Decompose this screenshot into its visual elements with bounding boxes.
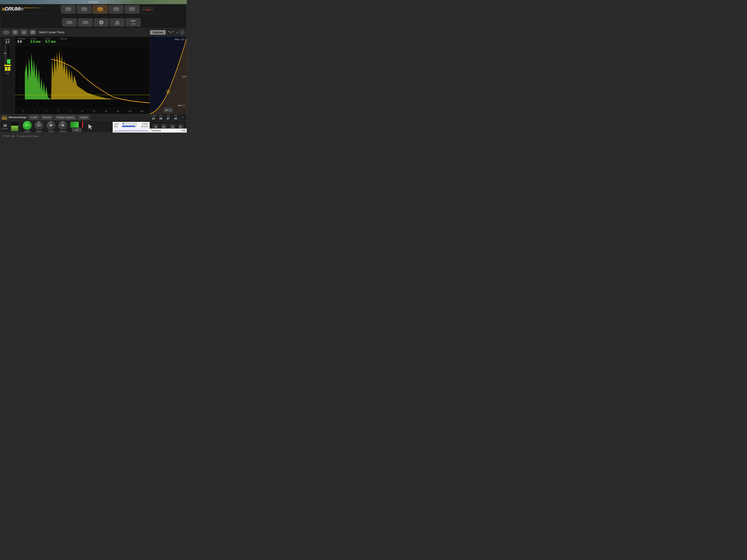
- svg-rect-31: [14, 33, 17, 34]
- parameter-row: THRESH 3.9 SCAN 2.3 ms HOLD 5.7 ms DECAY: [15, 36, 150, 46]
- level-bar-1: [5, 67, 7, 71]
- menu-button[interactable]: [12, 29, 19, 35]
- amount-knob-value: 29: [62, 124, 64, 127]
- link-button[interactable]: [2, 30, 10, 35]
- cpu-user-bar: [123, 123, 137, 125]
- app-header: eDRUMin: [0, 4, 186, 14]
- tick-0: 0: [17, 110, 29, 112]
- tick-200: 200: [136, 110, 148, 112]
- drum-pad-10[interactable]: [126, 18, 140, 26]
- gain-value: 2.7: [5, 41, 9, 44]
- processes-bar: Processes: 478: [150, 129, 187, 133]
- svg-rect-24: [116, 21, 119, 24]
- scaler1-label: Scaler: [24, 130, 30, 132]
- cpu-mini-chart: [114, 128, 148, 132]
- hold-param: HOLD 5.7 ms: [43, 36, 58, 46]
- rs-label: RS: [174, 115, 177, 117]
- drum-pad-1[interactable]: [61, 5, 76, 14]
- scan-param: SCAN 2.3 ms: [28, 36, 43, 46]
- cpu-idle-label: Idle:: [114, 125, 118, 128]
- control-bar: Mesh Center Piezo Calibrate ♪ ○: [0, 28, 186, 36]
- svg-point-2: [66, 10, 71, 11]
- cpu-idle-bar: [122, 125, 137, 127]
- bottom-toolbar: 17 THR 300 73 Multi Center Piezo: [0, 133, 187, 140]
- music-note-icon: ♪: [176, 31, 178, 34]
- processes-value: 478: [182, 129, 185, 132]
- drum-pad-9[interactable]: [110, 18, 125, 26]
- scaler2-label: Scaler: [36, 130, 42, 132]
- min-value-text: Min: 0: [165, 109, 171, 111]
- tick-10: 10: [76, 110, 88, 112]
- tick-1: 1: [29, 110, 41, 112]
- svg-rect-29: [14, 31, 17, 31]
- svg-point-5: [82, 10, 87, 11]
- p-col: P: [179, 114, 186, 121]
- thresh-knob-value: 88: [50, 124, 52, 127]
- plugin-window: eDRUMin: [0, 4, 187, 133]
- rimshot-range-label: Rimshot Range: [9, 116, 26, 119]
- title-bar-text: eDRUMin: [88, 1, 98, 3]
- yellow-indicator: [4, 64, 11, 66]
- xstick-button[interactable]: X-stick: [28, 115, 39, 120]
- svg-point-17: [67, 23, 72, 24]
- drum-pad-2[interactable]: [77, 5, 92, 14]
- svg-point-35: [31, 33, 35, 34]
- waveform-display: [15, 46, 150, 108]
- drum-pad-8[interactable]: [94, 18, 109, 26]
- waveform-area: THRESH 3.9 SCAN 2.3 ms HOLD 5.7 ms DECAY: [15, 36, 150, 114]
- tick-5: 5: [65, 110, 76, 112]
- thresh-param: THRESH 3.9: [15, 36, 28, 46]
- svg-point-11: [113, 10, 119, 11]
- drum-pad-3[interactable]: [93, 5, 108, 14]
- drum-selector[interactable]: [29, 30, 36, 35]
- cc-meter-fill: [70, 122, 79, 127]
- drum-pad-5[interactable]: [125, 5, 139, 14]
- yamaha-logo[interactable]: [20, 29, 28, 35]
- velocity-right-number: 110: [182, 75, 186, 78]
- svg-point-14: [129, 10, 135, 11]
- sensor-name: Mesh Center Piezo: [39, 31, 149, 34]
- thresh-knob-group: 88 Thresh: [47, 121, 55, 132]
- waveform-svg: [15, 46, 150, 108]
- left-sidebar: GAIN 2.7 xtalk: [0, 36, 15, 114]
- hit-label: HIT: [159, 115, 162, 117]
- cpu-user-label: User:: [114, 123, 119, 125]
- main-content: GAIN 2.7 xtalk TH: [0, 36, 186, 114]
- rs-col: RS 40: [172, 114, 179, 121]
- svg-point-26: [131, 23, 135, 25]
- chan-col: CHAN 10: [150, 114, 157, 121]
- scaler2-knob[interactable]: 2.7: [35, 121, 44, 130]
- cpu-idle-value: 89.10%: [140, 125, 148, 128]
- hotspot-suppress-button[interactable]: Hotspot Suppress: [54, 115, 76, 120]
- drum-pad-7[interactable]: [78, 18, 93, 26]
- cursor-area: [87, 123, 93, 130]
- xtalk-section: 18 Amount: [2, 124, 8, 130]
- cursor-icon: [87, 123, 93, 130]
- drum-pad-4[interactable]: [109, 5, 124, 14]
- calibrate-button[interactable]: Calibrate: [150, 30, 165, 35]
- cc-meter: [70, 122, 83, 128]
- gain-meter: [7, 45, 10, 64]
- wave-icon: [168, 30, 174, 35]
- search-button[interactable]: ○: [180, 30, 185, 35]
- rimshot-range-indicator: [2, 115, 7, 119]
- drum-pad-6[interactable]: [62, 18, 77, 26]
- thresh-knob-label: Thresh: [48, 130, 54, 132]
- gain-label: GAIN: [5, 38, 10, 41]
- thresh-knob[interactable]: 88: [47, 121, 55, 130]
- amount-knob[interactable]: 29: [58, 121, 67, 130]
- velocity-curve-svg: [150, 36, 186, 114]
- cc-button[interactable]: CC: [72, 128, 81, 132]
- tick-30: 30: [100, 110, 112, 112]
- rimshot-button[interactable]: Rimshot: [41, 115, 53, 120]
- gain-slider[interactable]: [5, 45, 6, 64]
- toolbar-item-4: Multi Center Piezo: [20, 135, 38, 138]
- rimshot-range-bar: [11, 122, 18, 132]
- scaler1-knob[interactable]: 25.4: [23, 121, 32, 130]
- scaler1-value: 25.4: [25, 124, 29, 127]
- svg-rect-30: [14, 32, 17, 33]
- velocity-max-label: Max: 127: [175, 38, 185, 41]
- svg-point-20: [83, 23, 88, 24]
- cpu-monitor: User: 6.93% Idle: 89.10%: [113, 122, 150, 133]
- position-button[interactable]: Position: [78, 115, 90, 120]
